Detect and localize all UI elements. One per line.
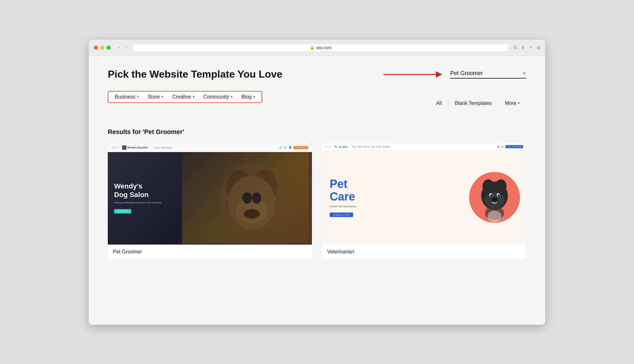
mock-logo-name: Wendy's Dog Salon [127,146,148,149]
minimize-button[interactable] [100,46,104,50]
filter-row: Business ▾ Store ▾ Creative ▾ Community … [108,91,526,116]
filter-creative[interactable]: Creative ▾ [172,94,195,100]
mock-book-now: BOOK NOW [114,209,131,214]
svg-point-10 [252,192,262,204]
search-box[interactable]: Pet Groomer ✕ [450,70,526,79]
browser-window: ‹ › 🔒 wix.com ↻ ⬆ ＋ ⧉ Pick the Website T… [89,40,545,325]
community-chevron-icon: ▾ [231,95,233,99]
mock-nav-links: Home Book Online [154,147,172,149]
svg-point-19 [498,194,500,196]
filter-blog[interactable]: Blog ▾ [242,94,255,100]
template-thumbnail-groomer: Wendy's Dog Salon Home Book Online 🔗 🔗 👤 [108,143,312,245]
forward-button[interactable]: › [124,44,128,51]
svg-point-13 [482,179,494,193]
browser-nav-buttons: ‹ › [117,44,128,51]
tab-overview-icon[interactable]: ⧉ [537,45,540,50]
results-heading: Results for 'Pet Groomer' [108,128,526,136]
svg-point-14 [495,179,507,193]
template-grid: Wendy's Dog Salon Home Book Online 🔗 🔗 👤 [108,143,526,259]
search-clear-button[interactable]: ✕ [522,70,526,76]
template-thumbnail-vet: 🐾 Dr. Mark Home About Services Blog Cont… [322,143,526,245]
traffic-lights [94,46,111,50]
mock-hero-title: Wendy's Dog Salon [114,182,161,199]
page-header: Pick the Website Template You Love Pet G… [108,68,526,81]
svg-point-22 [488,211,501,222]
mock-hero-subtitle: A loving, professional dog care in San F… [114,201,161,204]
mock-nav-dots [112,147,118,148]
search-input-value: Pet Groomer [450,70,520,77]
filter-more[interactable]: More ▾ [499,98,526,109]
url-text: wix.com [316,45,331,50]
mock-vet-text: Pet Care House Call Veterinarian SCHEDUL… [330,178,356,217]
maximize-button[interactable] [107,46,111,50]
close-button[interactable] [94,46,98,50]
add-tab-icon[interactable]: ＋ [529,45,533,50]
svg-point-18 [490,194,492,196]
business-chevron-icon: ▾ [137,95,139,99]
mock-book-btn: BOOK NOW [294,146,308,149]
page-content: Pick the Website Template You Love Pet G… [89,55,545,325]
address-bar[interactable]: 🔒 wix.com [132,43,509,52]
browser-chrome: ‹ › 🔒 wix.com ↻ ⬆ ＋ ⧉ [89,40,545,55]
mock-dog-circle [469,172,520,223]
page-title: Pick the Website Template You Love [108,68,282,80]
svg-point-8 [244,209,260,219]
mock-groomer-hero: Wendy's Dog Salon A loving, professional… [108,152,312,244]
mock-vet-site: 🐾 Dr. Mark Home About Services Blog Cont… [322,143,526,245]
mock-nav-right: 🔗 🔗 👤 BOOK NOW [279,146,308,149]
filter-all[interactable]: All [430,98,448,109]
template-card-vet[interactable]: 🐾 Dr. Mark Home About Services Blog Cont… [322,143,526,259]
svg-point-9 [243,192,252,204]
lock-icon: 🔒 [310,46,314,50]
mock-groomer-site: Wendy's Dog Salon Home Book Online 🔗 🔗 👤 [108,143,312,245]
mock-vet-navbar: 🐾 Dr. Mark Home About Services Blog Cont… [322,143,526,151]
mock-vet-logo: Dr. Mark [339,146,348,148]
template-card-groomer[interactable]: Wendy's Dog Salon Home Book Online 🔗 🔗 👤 [108,143,312,259]
more-chevron-icon: ▾ [518,101,520,105]
mock-vet-subtitle: House Call Veterinarian [330,205,356,208]
right-filters: All Blank Templates More ▾ [430,98,526,109]
red-arrow [380,68,444,81]
mock-call-btn: CALL 123-456-7890 [506,145,523,148]
mock-vet-dots [325,146,331,147]
filter-nav: Business ▾ Store ▾ Creative ▾ Community … [108,91,262,103]
store-chevron-icon: ▾ [161,95,163,99]
mock-vet-hero: Pet Care House Call Veterinarian SCHEDUL… [322,151,526,244]
svg-marker-1 [436,71,442,78]
window-controls-right: ⬆ ＋ ⧉ [521,45,540,50]
search-area: Pet Groomer ✕ [380,68,526,81]
filter-blank-templates[interactable]: Blank Templates [448,98,498,109]
mock-schedule-btn: SCHEDULE A VISIT [330,213,353,217]
browser-titlebar: ‹ › 🔒 wix.com ↻ ⬆ ＋ ⧉ [94,43,540,52]
filter-business[interactable]: Business ▾ [115,94,139,100]
share-icon[interactable]: ⬆ [521,45,525,50]
mock-logo-image [122,145,126,150]
refresh-button[interactable]: ↻ [513,45,517,51]
mock-pet-care-title: Pet Care [330,178,356,203]
mock-groomer-hero-text: Wendy's Dog Salon A loving, professional… [114,182,161,214]
template-label-vet: Veterinarian [322,245,526,259]
mock-groomer-navbar: Wendy's Dog Salon Home Book Online 🔗 🔗 👤 [108,143,312,152]
filter-community[interactable]: Community ▾ [204,94,233,100]
mock-groomer-logo: Wendy's Dog Salon [122,145,148,150]
creative-chevron-icon: ▾ [193,95,195,99]
back-button[interactable]: ‹ [117,44,121,51]
filter-store[interactable]: Store ▾ [148,94,163,100]
mock-vet-right: 👤 Log in CALL 123-456-7890 [497,145,523,148]
blog-chevron-icon: ▾ [253,95,255,99]
template-label-groomer: Pet Groomer [108,245,312,259]
svg-point-20 [491,197,498,202]
mock-vet-links: Home About Services Blog Contact Members [352,146,390,148]
